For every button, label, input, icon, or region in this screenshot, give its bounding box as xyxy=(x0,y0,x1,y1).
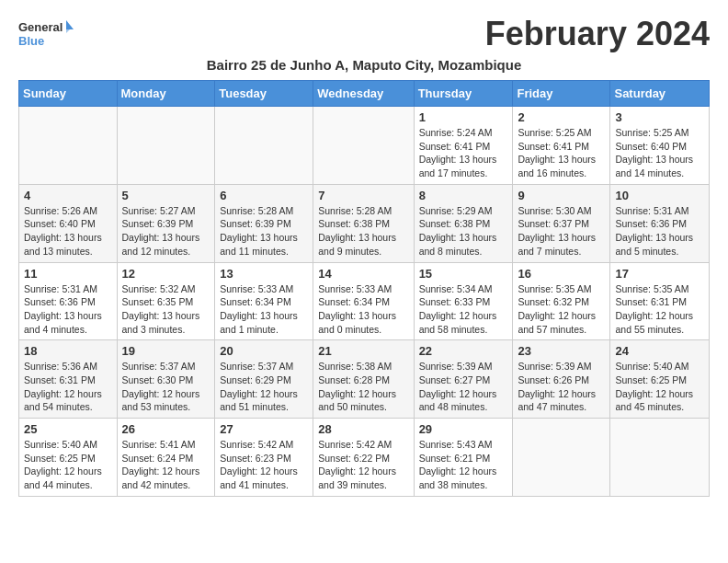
day-number-3: 3 xyxy=(615,110,704,124)
header-tuesday: Tuesday xyxy=(215,81,313,107)
day-number-11: 11 xyxy=(24,267,112,281)
day-detail-29: Sunrise: 5:43 AMSunset: 6:21 PMDaylight:… xyxy=(419,438,508,492)
day-number-2: 2 xyxy=(518,110,605,124)
day-detail-17: Sunrise: 5:35 AMSunset: 6:31 PMDaylight:… xyxy=(615,282,704,337)
cell-w1-d4: 8Sunrise: 5:29 AMSunset: 6:38 PMDaylight… xyxy=(414,184,513,262)
cell-w2-d6: 17Sunrise: 5:35 AMSunset: 6:31 PMDayligh… xyxy=(610,262,710,340)
cell-w3-d5: 23Sunrise: 5:39 AMSunset: 6:26 PMDayligh… xyxy=(513,340,610,419)
header-thursday: Thursday xyxy=(414,81,513,107)
day-number-16: 16 xyxy=(518,267,605,281)
day-number-24: 24 xyxy=(615,344,704,358)
week-row-2: 11Sunrise: 5:31 AMSunset: 6:36 PMDayligh… xyxy=(19,262,710,340)
cell-w2-d4: 15Sunrise: 5:34 AMSunset: 6:33 PMDayligh… xyxy=(414,262,513,340)
day-number-20: 20 xyxy=(220,344,308,358)
cell-w1-d0: 4Sunrise: 5:26 AMSunset: 6:40 PMDaylight… xyxy=(19,184,118,262)
day-detail-26: Sunrise: 5:41 AMSunset: 6:24 PMDaylight:… xyxy=(122,438,210,492)
day-number-10: 10 xyxy=(615,189,704,202)
calendar-header: Sunday Monday Tuesday Wednesday Thursday… xyxy=(19,81,710,107)
header-friday: Friday xyxy=(513,81,610,107)
weekday-header-row: Sunday Monday Tuesday Wednesday Thursday… xyxy=(19,81,710,107)
day-detail-2: Sunrise: 5:25 AMSunset: 6:41 PMDaylight:… xyxy=(518,126,605,180)
day-detail-4: Sunrise: 5:26 AMSunset: 6:40 PMDaylight:… xyxy=(24,204,112,259)
header: General Blue February 2024 xyxy=(18,15,710,53)
cell-w0-d5: 2Sunrise: 5:25 AMSunset: 6:41 PMDaylight… xyxy=(513,107,610,185)
cell-w4-d5 xyxy=(513,419,610,497)
day-number-5: 5 xyxy=(122,189,210,202)
day-detail-27: Sunrise: 5:42 AMSunset: 6:23 PMDaylight:… xyxy=(220,438,308,492)
cell-w0-d0 xyxy=(19,107,118,185)
day-detail-21: Sunrise: 5:38 AMSunset: 6:28 PMDaylight:… xyxy=(318,360,408,414)
day-detail-18: Sunrise: 5:36 AMSunset: 6:31 PMDaylight:… xyxy=(24,360,112,414)
logo-svg: General Blue xyxy=(18,15,74,52)
day-detail-28: Sunrise: 5:42 AMSunset: 6:22 PMDaylight:… xyxy=(318,438,408,492)
day-detail-12: Sunrise: 5:32 AMSunset: 6:35 PMDaylight:… xyxy=(122,282,210,337)
day-number-21: 21 xyxy=(318,344,408,358)
svg-text:General: General xyxy=(18,20,63,34)
header-sunday: Sunday xyxy=(19,81,118,107)
day-number-12: 12 xyxy=(122,267,210,281)
day-number-7: 7 xyxy=(318,189,408,202)
day-number-26: 26 xyxy=(122,422,210,436)
day-number-25: 25 xyxy=(24,422,112,436)
calendar-body: 1Sunrise: 5:24 AMSunset: 6:41 PMDaylight… xyxy=(19,107,710,497)
cell-w2-d1: 12Sunrise: 5:32 AMSunset: 6:35 PMDayligh… xyxy=(117,262,215,340)
day-detail-3: Sunrise: 5:25 AMSunset: 6:40 PMDaylight:… xyxy=(615,126,704,180)
day-detail-5: Sunrise: 5:27 AMSunset: 6:39 PMDaylight:… xyxy=(122,204,210,259)
day-number-14: 14 xyxy=(318,267,408,281)
cell-w3-d2: 20Sunrise: 5:37 AMSunset: 6:29 PMDayligh… xyxy=(215,340,313,419)
cell-w4-d3: 28Sunrise: 5:42 AMSunset: 6:22 PMDayligh… xyxy=(313,419,414,497)
day-detail-6: Sunrise: 5:28 AMSunset: 6:39 PMDaylight:… xyxy=(220,204,308,259)
day-number-6: 6 xyxy=(220,189,308,202)
day-number-15: 15 xyxy=(419,267,508,281)
cell-w3-d0: 18Sunrise: 5:36 AMSunset: 6:31 PMDayligh… xyxy=(19,340,118,419)
day-detail-14: Sunrise: 5:33 AMSunset: 6:34 PMDaylight:… xyxy=(318,282,408,337)
day-number-28: 28 xyxy=(318,422,408,436)
week-row-4: 25Sunrise: 5:40 AMSunset: 6:25 PMDayligh… xyxy=(19,419,710,497)
day-detail-23: Sunrise: 5:39 AMSunset: 6:26 PMDaylight:… xyxy=(518,360,605,414)
day-detail-1: Sunrise: 5:24 AMSunset: 6:41 PMDaylight:… xyxy=(419,126,508,180)
cell-w1-d3: 7Sunrise: 5:28 AMSunset: 6:38 PMDaylight… xyxy=(313,184,414,262)
day-number-17: 17 xyxy=(615,267,704,281)
cell-w0-d2 xyxy=(215,107,313,185)
cell-w3-d3: 21Sunrise: 5:38 AMSunset: 6:28 PMDayligh… xyxy=(313,340,414,419)
svg-text:Blue: Blue xyxy=(18,34,44,48)
day-number-13: 13 xyxy=(220,267,308,281)
cell-w0-d1 xyxy=(117,107,215,185)
cell-w1-d1: 5Sunrise: 5:27 AMSunset: 6:39 PMDaylight… xyxy=(117,184,215,262)
day-detail-24: Sunrise: 5:40 AMSunset: 6:25 PMDaylight:… xyxy=(615,360,704,414)
week-row-1: 4Sunrise: 5:26 AMSunset: 6:40 PMDaylight… xyxy=(19,184,710,262)
day-number-4: 4 xyxy=(24,189,112,202)
header-wednesday: Wednesday xyxy=(313,81,414,107)
day-detail-15: Sunrise: 5:34 AMSunset: 6:33 PMDaylight:… xyxy=(419,282,508,337)
header-saturday: Saturday xyxy=(610,81,710,107)
day-number-8: 8 xyxy=(419,189,508,202)
day-number-19: 19 xyxy=(122,344,210,358)
day-number-27: 27 xyxy=(220,422,308,436)
day-detail-19: Sunrise: 5:37 AMSunset: 6:30 PMDaylight:… xyxy=(122,360,210,414)
day-number-29: 29 xyxy=(419,422,508,436)
cell-w4-d1: 26Sunrise: 5:41 AMSunset: 6:24 PMDayligh… xyxy=(117,419,215,497)
cell-w0-d6: 3Sunrise: 5:25 AMSunset: 6:40 PMDaylight… xyxy=(610,107,710,185)
week-row-0: 1Sunrise: 5:24 AMSunset: 6:41 PMDaylight… xyxy=(19,107,710,185)
day-number-22: 22 xyxy=(419,344,508,358)
day-number-23: 23 xyxy=(518,344,605,358)
day-detail-8: Sunrise: 5:29 AMSunset: 6:38 PMDaylight:… xyxy=(419,204,508,259)
main-title: February 2024 xyxy=(485,15,710,53)
day-number-1: 1 xyxy=(419,110,508,124)
day-detail-11: Sunrise: 5:31 AMSunset: 6:36 PMDaylight:… xyxy=(24,282,112,337)
cell-w3-d4: 22Sunrise: 5:39 AMSunset: 6:27 PMDayligh… xyxy=(414,340,513,419)
cell-w2-d3: 14Sunrise: 5:33 AMSunset: 6:34 PMDayligh… xyxy=(313,262,414,340)
cell-w2-d2: 13Sunrise: 5:33 AMSunset: 6:34 PMDayligh… xyxy=(215,262,313,340)
cell-w4-d4: 29Sunrise: 5:43 AMSunset: 6:21 PMDayligh… xyxy=(414,419,513,497)
day-detail-13: Sunrise: 5:33 AMSunset: 6:34 PMDaylight:… xyxy=(220,282,308,337)
day-detail-7: Sunrise: 5:28 AMSunset: 6:38 PMDaylight:… xyxy=(318,204,408,259)
cell-w4-d0: 25Sunrise: 5:40 AMSunset: 6:25 PMDayligh… xyxy=(19,419,118,497)
subtitle: Bairro 25 de Junho A, Maputo City, Mozam… xyxy=(18,57,710,73)
cell-w3-d1: 19Sunrise: 5:37 AMSunset: 6:30 PMDayligh… xyxy=(117,340,215,419)
day-detail-16: Sunrise: 5:35 AMSunset: 6:32 PMDaylight:… xyxy=(518,282,605,337)
day-detail-20: Sunrise: 5:37 AMSunset: 6:29 PMDaylight:… xyxy=(220,360,308,414)
day-detail-22: Sunrise: 5:39 AMSunset: 6:27 PMDaylight:… xyxy=(419,360,508,414)
cell-w3-d6: 24Sunrise: 5:40 AMSunset: 6:25 PMDayligh… xyxy=(610,340,710,419)
cell-w1-d5: 9Sunrise: 5:30 AMSunset: 6:37 PMDaylight… xyxy=(513,184,610,262)
day-number-18: 18 xyxy=(24,344,112,358)
